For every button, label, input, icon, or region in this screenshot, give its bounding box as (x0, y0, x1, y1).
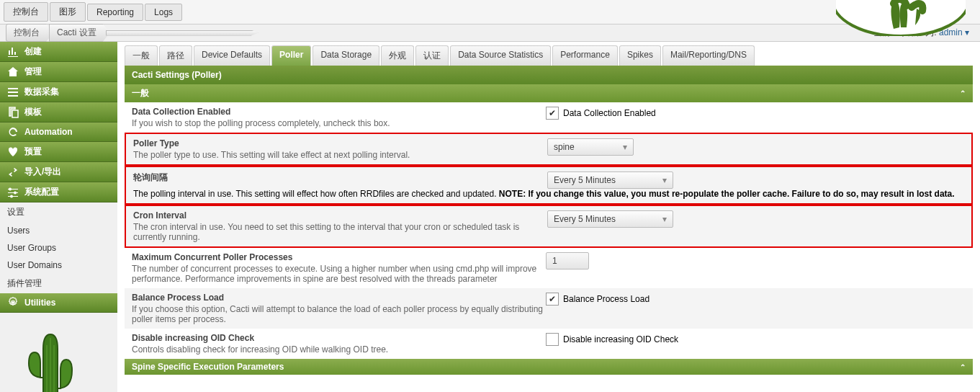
sidebar: 创建 管理 数据采集 模板 Automation 预置 导入/导出 系统配置 设… (0, 42, 117, 392)
sidebar-label: 管理 (24, 66, 42, 78)
collapse-icon: ⌃ (960, 89, 966, 97)
home-icon (7, 66, 19, 78)
subtab-spikes[interactable]: Spikes (619, 45, 661, 66)
sidebar-item-preset[interactable]: 预置 (0, 142, 117, 162)
subtab-performance[interactable]: Performance (552, 45, 618, 66)
svg-point-2 (14, 191, 17, 194)
sidebar-item-create[interactable]: 创建 (0, 42, 117, 62)
sidebar-sub-userdomains[interactable]: User Domains (0, 257, 117, 274)
bars-icon (7, 86, 19, 98)
chart-icon (7, 46, 19, 58)
sidebar-sub-settings[interactable]: 设置 (0, 202, 117, 222)
row-cron-interval: Cron Interval The cron interval in use. … (125, 205, 973, 248)
sidebar-label: Automation (24, 127, 73, 137)
row-data-collection: Data Collection Enabled If you wish to s… (125, 102, 973, 133)
sidebar-item-datacollect[interactable]: 数据采集 (0, 82, 117, 102)
section-spine[interactable]: Spine Specific Execution Parameters⌃ (125, 359, 973, 375)
row-disable-oid: Disable increasing OID Check Controls di… (125, 329, 973, 359)
collapse-icon: ⌃ (960, 363, 966, 371)
subtab-data-storage[interactable]: Data Storage (313, 45, 379, 66)
sidebar-label: 导入/导出 (24, 166, 61, 178)
row-poller-type: Poller Type The poller type to use. This… (125, 133, 973, 166)
label-data-collection: Data Collection Enabled (132, 107, 546, 117)
desc-poll-interval: The polling interval in use. This settin… (133, 189, 964, 199)
subtab-poller[interactable]: Poller (271, 45, 311, 66)
subtab-path[interactable]: 路径 (159, 45, 192, 66)
label-poll-interval: 轮询间隔 (133, 172, 547, 184)
sidebar-item-utilities[interactable]: Utilities (0, 293, 117, 313)
label-disable-oid: Disable increasing OID Check (132, 333, 546, 343)
sidebar-sub-plugins[interactable]: 插件管理 (0, 274, 117, 293)
sidebar-item-template[interactable]: 模板 (0, 102, 117, 122)
sliders-icon (7, 187, 19, 198)
desc-cron-interval: The cron interval in use. You need to se… (133, 222, 547, 242)
desc-disable-oid: Controls disabling check for increasing … (132, 344, 546, 355)
label-balance: Balance Process Load (132, 293, 546, 303)
sidebar-item-manage[interactable]: 管理 (0, 62, 117, 82)
top-tab-reporting[interactable]: Reporting (87, 4, 143, 21)
sidebar-item-sysconfig[interactable]: 系统配置 (0, 182, 117, 202)
settings-sub-tabs: 一般 路径 Device Defaults Poller Data Storag… (125, 45, 973, 66)
sidebar-item-automation[interactable]: Automation (0, 122, 117, 142)
label-poller-type: Poller Type (133, 138, 547, 148)
panel-title: Cacti Settings (Poller) (125, 66, 973, 84)
copy-icon (7, 107, 19, 118)
gear-icon (7, 297, 19, 308)
label-cron-interval: Cron Interval (133, 210, 547, 220)
sidebar-label: 模板 (24, 106, 42, 118)
desc-poller-type: The poller type to use. This setting wil… (133, 150, 547, 160)
top-tab-graph[interactable]: 图形 (50, 2, 86, 22)
subtab-general[interactable]: 一般 (125, 45, 158, 66)
svg-point-4 (12, 301, 14, 304)
breadcrumb: 控制台 Cacti 设置 (0, 24, 254, 42)
row-max-proc: Maximum Concurrent Poller Processes The … (125, 248, 973, 288)
sidebar-label: 预置 (24, 146, 42, 158)
top-tab-logs[interactable]: Logs (145, 4, 182, 21)
content-area: 一般 路径 Device Defaults Poller Data Storag… (117, 42, 980, 392)
heart-icon (7, 146, 19, 158)
refresh-icon (7, 126, 19, 138)
row-balance: Balance Process Load If you choose this … (125, 288, 973, 329)
desc-data-collection: If you wish to stop the polling process … (132, 118, 546, 128)
subtab-mail[interactable]: Mail/Reporting/DNS (662, 45, 755, 66)
checkbox-data-collection[interactable]: ✔ (546, 107, 559, 120)
subtab-dss[interactable]: Data Source Statistics (450, 45, 551, 66)
chklabel-disable-oid: Disable increasing OID Check (563, 334, 678, 344)
crumb-console[interactable]: 控制台 (6, 24, 53, 42)
crumb-settings[interactable]: Cacti 设置 (49, 24, 110, 42)
exchange-icon (7, 166, 19, 178)
checkbox-disable-oid[interactable] (546, 333, 559, 346)
section-label: Spine Specific Execution Parameters (132, 362, 284, 372)
subtab-device-defaults[interactable]: Device Defaults (194, 45, 270, 66)
select-poll-interval[interactable]: Every 5 Minutes (547, 172, 673, 189)
row-poll-interval: 轮询间隔 Every 5 Minutes The polling interva… (125, 166, 973, 205)
sidebar-label: 创建 (24, 45, 42, 58)
section-label: 一般 (132, 87, 149, 99)
desc-balance: If you choose this option, Cacti will at… (132, 304, 546, 324)
top-tab-console[interactable]: 控制台 (4, 2, 48, 22)
svg-point-3 (10, 195, 13, 197)
sidebar-item-importexport[interactable]: 导入/导出 (0, 162, 117, 182)
sidebar-sub-users[interactable]: Users (0, 222, 117, 239)
breadcrumb-bar: 控制台 Cacti 设置 当前登录用户为: admin ▾ (0, 24, 980, 42)
cactus-logo (0, 313, 117, 392)
sidebar-label: 系统配置 (24, 186, 59, 198)
chklabel-balance: Balance Process Load (563, 294, 649, 304)
chklabel-data-collection: Data Collection Enabled (563, 108, 656, 118)
sidebar-sub-usergroups[interactable]: User Groups (0, 239, 117, 257)
top-tabs-bar: 控制台 图形 Reporting Logs (0, 0, 980, 24)
sidebar-label: Utilities (24, 298, 55, 308)
subtab-visual[interactable]: 外观 (381, 45, 414, 66)
sidebar-label: 数据采集 (24, 86, 59, 98)
svg-point-1 (9, 187, 12, 190)
cacti-logo-corner (836, 0, 966, 38)
select-poller-type[interactable]: spine (547, 138, 634, 156)
label-max-proc: Maximum Concurrent Poller Processes (132, 252, 546, 262)
section-general[interactable]: 一般⌃ (125, 84, 973, 102)
subtab-auth[interactable]: 认证 (415, 45, 449, 66)
select-cron-interval[interactable]: Every 5 Minutes (547, 210, 673, 228)
input-max-proc[interactable]: 1 (546, 252, 589, 270)
desc-max-proc: The number of concurrent processes to ex… (132, 264, 546, 284)
crumb-spacer (106, 30, 259, 36)
checkbox-balance[interactable]: ✔ (546, 293, 559, 306)
